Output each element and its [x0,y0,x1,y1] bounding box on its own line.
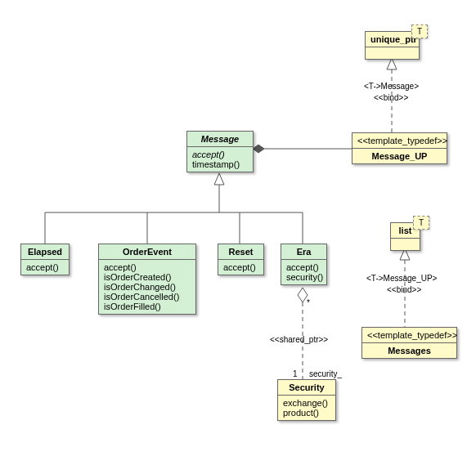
ops-compartment: accept() [21,260,69,275]
bind-arg-label: <T->Message_UP> [366,274,437,283]
class-security: Security exchange() product() [277,379,336,421]
class-title: Era [281,244,326,260]
class-era: Era accept() security() [281,244,327,285]
assoc-stereo-label: <<shared_ptr>> [270,335,328,344]
ops-compartment: accept() timestamp() [187,147,253,172]
operation: timestamp() [192,159,248,169]
class-message: Message accept() timestamp() [186,131,254,172]
svg-marker-4 [214,173,224,185]
class-title: Elapsed [21,244,69,260]
empty-compartment [391,239,420,250]
svg-marker-1 [387,58,397,69]
operation: accept() [26,262,64,272]
operation: accept() [104,262,191,272]
class-title: Security [278,380,335,396]
operation: isOrderCreated() [104,272,191,282]
operation: product() [283,408,330,418]
bind-arg-label: <T->Message> [364,82,419,91]
class-message-up: <<template_typedef>> Message_UP [352,132,447,164]
operation: security() [286,272,321,282]
operation: accept() [223,262,258,272]
class-stereotype: <<template_typedef>> [353,133,447,149]
class-order-event: OrderEvent accept() isOrderCreated() isO… [98,244,196,315]
class-reset: Reset accept() [218,244,264,275]
class-messages: <<template_typedef>> Messages [361,327,457,359]
class-title: Message [201,134,239,144]
class-elapsed: Elapsed accept() [20,244,70,275]
class-title: Messages [362,343,456,358]
bind-stereo-label: <<bind>> [374,93,408,102]
class-stereotype: <<template_typedef>> [362,328,456,343]
svg-marker-3 [253,145,264,153]
multiplicity-label: * [307,298,310,307]
operation: exchange() [283,398,330,408]
class-title: Message_UP [353,149,447,163]
template-param: T [411,25,428,38]
operation: isOrderCancelled() [104,292,191,302]
class-title: Reset [218,244,263,260]
role-label: security_ [309,369,342,378]
ops-compartment: accept() [218,260,263,275]
empty-compartment [366,47,419,59]
ops-compartment: exchange() product() [278,396,335,420]
template-param: T [413,216,429,230]
class-title: OrderEvent [99,244,195,260]
ops-compartment: accept() security() [281,260,326,284]
ops-compartment: accept() isOrderCreated() isOrderChanged… [99,260,195,314]
operation: isOrderFilled() [104,302,191,311]
operation: accept() [286,262,321,272]
operation: isOrderChanged() [104,282,191,292]
operation: accept() [192,150,248,159]
multiplicity-label: 1 [293,369,298,378]
bind-stereo-label: <<bind>> [387,285,421,294]
